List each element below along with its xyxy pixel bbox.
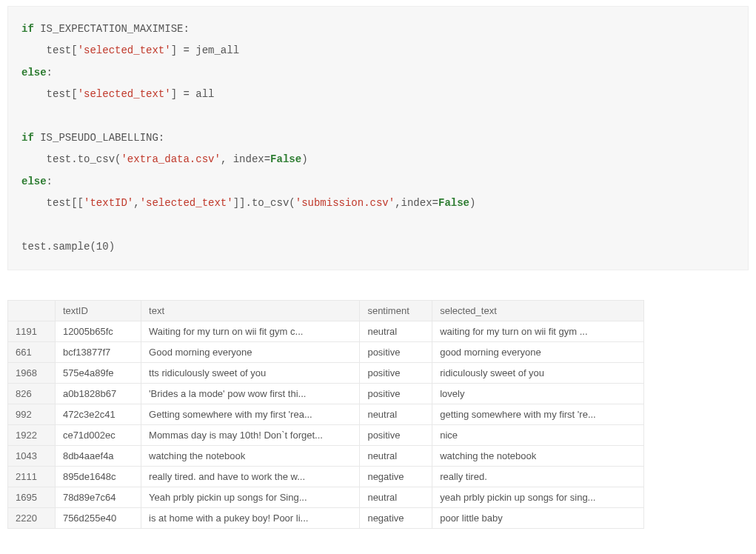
cell-textid: 8db4aaef4a xyxy=(55,446,141,467)
row-index: 2220 xyxy=(8,508,56,529)
cell-selected: yeah prbly pickin up songs for sing... xyxy=(432,487,644,508)
col-header-selected: selected_text xyxy=(432,301,644,321)
cell-textid: bcf13877f7 xyxy=(55,342,141,363)
cell-textid: 472c3e2c41 xyxy=(55,404,141,425)
cell-selected: lovely xyxy=(432,384,644,404)
keyword-else: else xyxy=(21,176,47,187)
table-row: 119112005b65fcWaiting for my turn on wii… xyxy=(8,321,644,342)
identifier: test xyxy=(47,44,72,56)
col-header-text: text xyxy=(141,301,360,321)
cell-text: watching the notebook xyxy=(141,446,360,467)
boolean-literal: False xyxy=(270,153,301,165)
dataframe-table: textID text sentiment selected_text 1191… xyxy=(7,300,644,529)
keyword-else: else xyxy=(21,67,47,79)
identifier: sample xyxy=(53,241,90,253)
code-cell: if IS_EXPECTATION_MAXIMISE: test['select… xyxy=(7,6,749,270)
table-body: 119112005b65fcWaiting for my turn on wii… xyxy=(8,321,644,529)
row-index: 826 xyxy=(8,384,56,404)
cell-selected: waiting for my turn on wii fit gym ... xyxy=(432,321,644,342)
table-row: 169578d89e7c64Yeah prbly pickin up songs… xyxy=(8,487,644,508)
keyword-if: if xyxy=(21,132,34,144)
cell-selected: ridiculously sweet of you xyxy=(432,363,644,384)
table-header-row: textID text sentiment selected_text xyxy=(8,301,644,321)
identifier: test xyxy=(47,153,72,165)
output-table-wrap: textID text sentiment selected_text 1191… xyxy=(7,300,749,529)
cell-text: really tired. and have to work the w... xyxy=(141,467,360,487)
cell-textid: 756d255e40 xyxy=(55,508,141,529)
cell-selected: watching the notebook xyxy=(432,446,644,467)
string-literal: 'extra_data.csv' xyxy=(121,153,220,165)
cell-selected: really tired. xyxy=(432,467,644,487)
row-index: 992 xyxy=(8,404,56,425)
cell-selected: getting somewhere with my first 're... xyxy=(432,404,644,425)
cell-text: Good morning everyone xyxy=(141,342,360,363)
cell-sentiment: negative xyxy=(360,508,432,529)
cell-textid: 895de1648c xyxy=(55,467,141,487)
identifier: index xyxy=(401,197,432,209)
string-literal: 'selected_text' xyxy=(78,88,171,100)
identifier: test xyxy=(21,241,47,253)
cell-text: is at home with a pukey boy! Poor li... xyxy=(141,508,360,529)
col-header-textid: textID xyxy=(55,301,141,321)
cell-textid: a0b1828b67 xyxy=(55,384,141,404)
row-index: 661 xyxy=(8,342,56,363)
cell-sentiment: positive xyxy=(360,342,432,363)
col-header-sentiment: sentiment xyxy=(360,301,432,321)
identifier: to_csv xyxy=(78,153,115,165)
table-row: 1968575e4a89fetts ridiculously sweet of … xyxy=(8,363,644,384)
cell-textid: ce71d002ec xyxy=(55,425,141,446)
cell-text: Getting somewhere with my first 'rea... xyxy=(141,404,360,425)
identifier: test xyxy=(47,88,72,100)
table-row: 2111895de1648creally tired. and have to … xyxy=(8,467,644,487)
row-index: 1043 xyxy=(8,446,56,467)
cell-sentiment: neutral xyxy=(360,487,432,508)
cell-text: Waiting for my turn on wii fit gym c... xyxy=(141,321,360,342)
table-row: 661bcf13877f7Good morning everyonepositi… xyxy=(8,342,644,363)
table-row: 826a0b1828b67'Brides a la mode' pow wow … xyxy=(8,384,644,404)
cell-sentiment: neutral xyxy=(360,446,432,467)
row-index: 1191 xyxy=(8,321,56,342)
cell-text: Yeah prbly pickin up songs for Sing... xyxy=(141,487,360,508)
cell-sentiment: positive xyxy=(360,425,432,446)
cell-textid: 78d89e7c64 xyxy=(55,487,141,508)
string-literal: 'selected_text' xyxy=(140,197,233,209)
cell-text: 'Brides a la mode' pow wow first thi... xyxy=(141,384,360,404)
cell-textid: 575e4a89fe xyxy=(55,363,141,384)
cell-text: tts ridiculously sweet of you xyxy=(141,363,360,384)
identifier: index xyxy=(233,153,264,165)
boolean-literal: False xyxy=(438,197,469,209)
cell-selected: poor little baby xyxy=(432,508,644,529)
cell-sentiment: negative xyxy=(360,467,432,487)
identifier: jem_all xyxy=(195,44,239,56)
col-header-index xyxy=(8,301,56,321)
cell-sentiment: positive xyxy=(360,384,432,404)
cell-textid: 12005b65fc xyxy=(55,321,141,342)
cell-selected: nice xyxy=(432,425,644,446)
identifier: test xyxy=(47,197,72,209)
cell-sentiment: positive xyxy=(360,363,432,384)
identifier: IS_EXPECTATION_MAXIMISE xyxy=(40,23,183,35)
row-index: 1695 xyxy=(8,487,56,508)
identifier: to_csv xyxy=(252,197,289,209)
row-index: 2111 xyxy=(8,467,56,487)
row-index: 1922 xyxy=(8,425,56,446)
table-row: 10438db4aaef4awatching the notebookneutr… xyxy=(8,446,644,467)
table-row: 2220756d255e40is at home with a pukey bo… xyxy=(8,508,644,529)
cell-text: Mommas day is may 10th! Don`t forget... xyxy=(141,425,360,446)
identifier: IS_PSEUDO_LABELLING xyxy=(40,132,158,144)
cell-selected: good morning everyone xyxy=(432,342,644,363)
cell-sentiment: neutral xyxy=(360,321,432,342)
number-literal: 10 xyxy=(96,241,109,253)
table-row: 992472c3e2c41Getting somewhere with my f… xyxy=(8,404,644,425)
identifier: all xyxy=(195,88,214,100)
table-row: 1922ce71d002ecMommas day is may 10th! Do… xyxy=(8,425,644,446)
cell-sentiment: neutral xyxy=(360,404,432,425)
row-index: 1968 xyxy=(8,363,56,384)
string-literal: 'textID' xyxy=(84,197,133,209)
string-literal: 'selected_text' xyxy=(78,44,171,56)
string-literal: 'submission.csv' xyxy=(295,197,395,209)
keyword-if: if xyxy=(21,23,34,35)
